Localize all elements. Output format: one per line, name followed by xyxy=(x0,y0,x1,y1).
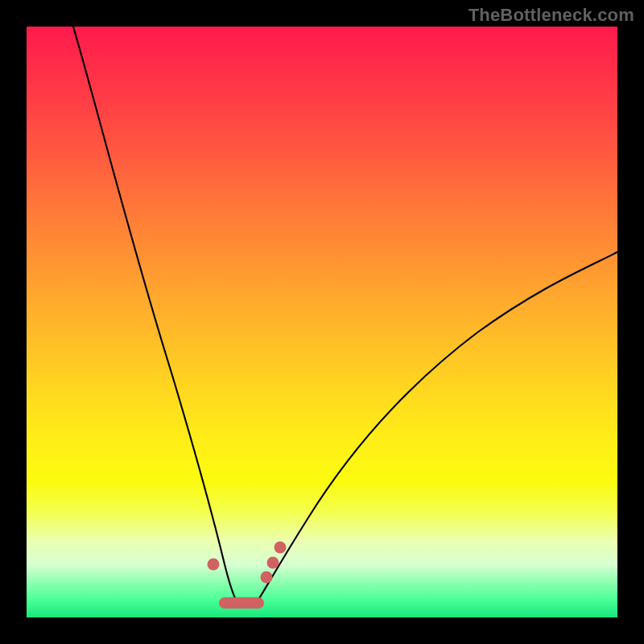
valley-dot-right-3 xyxy=(275,542,287,554)
watermark-text: TheBottleneck.com xyxy=(469,5,634,26)
valley-dot-right-2 xyxy=(267,557,279,569)
chart-frame: TheBottleneck.com xyxy=(0,0,644,644)
valley-dot-right-1 xyxy=(261,572,273,584)
curve-layer xyxy=(27,27,617,617)
curve-left-branch xyxy=(73,27,236,600)
curve-right-branch xyxy=(258,252,617,600)
valley-dot-left-1 xyxy=(208,559,220,571)
plot-area xyxy=(27,27,617,617)
